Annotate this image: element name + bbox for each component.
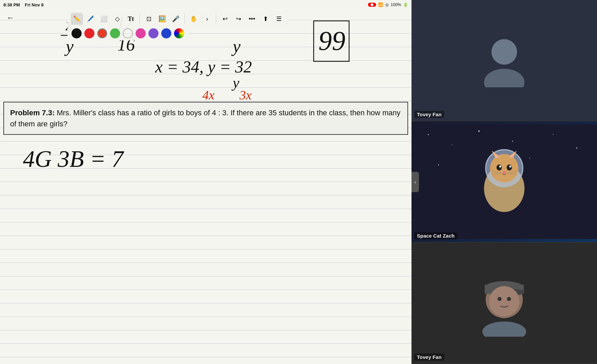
svg-point-22	[553, 134, 553, 135]
battery-level: 100%	[391, 2, 401, 7]
status-bar: 8:38 PM Fri Nov 8 📶 ◎ 100% 🔋	[0, 0, 411, 9]
svg-point-25	[529, 158, 530, 158]
problem-label: Problem 7.3:	[10, 109, 55, 117]
selection-tool[interactable]: ⊡	[143, 13, 155, 25]
color-blue[interactable]	[161, 28, 171, 38]
more-tool[interactable]: ›	[201, 13, 213, 25]
svg-point-36	[509, 165, 511, 168]
participant-name-space-cat: Space Cat Zach	[414, 232, 457, 239]
svg-point-47	[498, 297, 502, 301]
participant-avatar-tovey-top	[477, 33, 531, 87]
mic-tool[interactable]: 🎤	[170, 13, 182, 25]
color-red-orange[interactable]	[97, 28, 107, 38]
whiteboard: 8:38 PM Fri Nov 8 📶 ◎ 100% 🔋 ← ✏️ 🖊️ ⬜ ◇…	[0, 0, 411, 364]
battery-icon: 🔋	[403, 2, 408, 7]
toolbar-divider	[140, 14, 140, 24]
space-background	[411, 121, 597, 242]
svg-point-21	[512, 141, 513, 142]
participant-tile-tovey-bottom: Tovey Fan	[411, 243, 597, 364]
svg-point-18	[428, 134, 429, 135]
participant-avatar-tovey-bottom	[471, 269, 538, 337]
svg-point-49	[482, 322, 526, 337]
svg-point-28	[490, 154, 518, 182]
eraser-tool[interactable]: ⬜	[98, 13, 110, 25]
share-button[interactable]: ⬆	[259, 13, 272, 25]
image-tool[interactable]: 🖼️	[156, 13, 168, 25]
shape-tool[interactable]: ◇	[111, 13, 123, 25]
menu-button[interactable]: ☰	[273, 13, 285, 25]
toolbar-divider-2	[184, 14, 185, 24]
svg-point-19	[452, 144, 452, 145]
more-options-button[interactable]: •••	[246, 13, 258, 25]
problem-text: Mrs. Miller's class has a ratio of girls…	[10, 109, 400, 128]
time-date: 8:38 PM Fri Nov 8	[3, 2, 44, 7]
color-white[interactable]	[123, 28, 133, 38]
color-palette	[67, 26, 188, 40]
text-tool[interactable]: Tt	[125, 13, 137, 25]
color-more[interactable]	[174, 28, 184, 38]
hand-tool[interactable]: ✋	[188, 13, 200, 25]
signal-icon: ◎	[385, 2, 389, 7]
date: Fri Nov 8	[25, 2, 44, 7]
svg-point-35	[499, 165, 501, 168]
participant-name-tovey-bottom: Tovey Fan	[414, 354, 444, 361]
color-black[interactable]	[72, 28, 82, 38]
color-pink[interactable]	[136, 28, 146, 38]
wifi-icon: 📶	[378, 2, 383, 7]
status-icons: 📶 ◎ 100% 🔋	[368, 2, 408, 7]
video-sidebar: Tovey Fan	[411, 0, 597, 364]
back-icon: ←	[7, 13, 14, 22]
svg-point-16	[484, 69, 524, 87]
highlighter-tool[interactable]: 🖊️	[84, 13, 96, 25]
undo-button[interactable]: ↩	[219, 13, 231, 25]
record-dot	[371, 3, 373, 6]
svg-point-20	[478, 130, 480, 132]
pen-tool[interactable]: ✏️	[71, 13, 83, 25]
redo-button[interactable]: ↪	[232, 13, 245, 25]
participant-name-tovey-top: Tovey Fan	[414, 111, 444, 118]
svg-point-34	[507, 164, 512, 171]
color-red[interactable]	[84, 28, 94, 38]
problem-box: Problem 7.3: Mrs. Miller's class has a r…	[3, 102, 408, 135]
svg-point-24	[438, 164, 439, 165]
lined-paper-bg	[0, 0, 411, 364]
svg-point-48	[507, 297, 511, 301]
svg-point-33	[496, 164, 502, 171]
toolbar-divider-3	[216, 14, 216, 24]
record-button[interactable]	[368, 3, 376, 7]
participant-tile-tovey-top: Tovey Fan	[411, 0, 597, 121]
color-green[interactable]	[110, 28, 120, 38]
svg-point-15	[491, 39, 517, 65]
time: 8:38 PM	[3, 2, 20, 7]
svg-point-23	[576, 147, 577, 149]
participant-tile-space-cat: Space Cat Zach	[411, 121, 597, 243]
color-purple[interactable]	[148, 28, 159, 38]
svg-point-37	[503, 171, 506, 174]
collapse-sidebar-button[interactable]: ‹	[411, 172, 419, 192]
svg-point-46	[489, 286, 519, 316]
toolbar: ✏️ 🖊️ ⬜ ◇ Tt ⊡ 🖼️ 🎤 ✋ › ↩ ↪ ••• ⬆ ☰	[67, 11, 288, 27]
back-button[interactable]: ←	[7, 13, 14, 22]
